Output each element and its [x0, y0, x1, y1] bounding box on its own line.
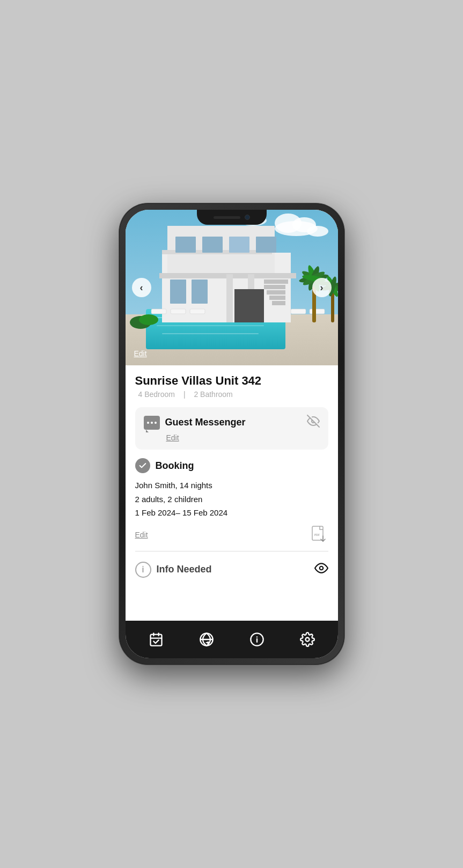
svg-rect-16 [226, 274, 233, 322]
guest-messenger-card: Guest Messenger Edit [135, 407, 328, 450]
svg-point-49 [139, 314, 158, 325]
booking-edit-button[interactable]: Edit [135, 531, 148, 539]
svg-rect-30 [272, 301, 285, 305]
booking-title: Booking [156, 460, 194, 472]
info-needed-left: i Info Needed [135, 562, 212, 578]
camera [245, 215, 250, 220]
svg-rect-18 [175, 237, 196, 253]
eye-icon [314, 561, 328, 575]
info-needed-title: Info Needed [157, 564, 212, 575]
svg-rect-35 [310, 309, 325, 314]
hero-edit-button[interactable]: Edit [134, 349, 147, 358]
property-subtitle: 4 Bedroom | 2 Bathroom [135, 390, 328, 399]
svg-rect-11 [162, 333, 259, 334]
info-circle-icon: i [135, 562, 151, 578]
content-area: Sunrise Villas Unit 342 4 Bedroom | 2 Ba… [126, 365, 338, 621]
svg-rect-27 [264, 285, 285, 289]
hero-image-container: ‹ › Edit [126, 210, 338, 365]
svg-rect-31 [151, 309, 166, 314]
svg-point-54 [319, 566, 323, 570]
bottom-spacer [135, 580, 328, 589]
chat-dots [147, 422, 157, 424]
svg-rect-20 [229, 237, 249, 253]
next-image-button[interactable]: › [312, 278, 332, 297]
booking-section: Booking John Smith, 14 nights 2 adults, … [135, 458, 328, 545]
guest-messenger-title: Guest Messenger [165, 417, 246, 428]
svg-rect-28 [267, 290, 285, 295]
booking-details: John Smith, 14 nights 2 adults, 2 childr… [135, 479, 328, 520]
svg-point-4 [307, 226, 328, 237]
guest-messenger-title-row: Guest Messenger [144, 416, 246, 430]
svg-rect-33 [190, 309, 205, 314]
booking-footer: Edit PDF [135, 525, 328, 545]
guest-messenger-edit-button[interactable]: Edit [166, 433, 320, 442]
svg-point-62 [256, 636, 257, 637]
booking-guest-nights: John Smith, 14 nights [135, 479, 328, 492]
svg-rect-19 [202, 237, 223, 253]
svg-rect-10 [157, 325, 264, 326]
settings-nav-icon [300, 632, 315, 647]
svg-rect-23 [192, 279, 208, 304]
speaker [214, 216, 240, 219]
phone-notch [197, 210, 267, 225]
svg-rect-32 [171, 309, 186, 314]
villa-illustration [126, 210, 338, 365]
nav-item-info[interactable] [244, 626, 270, 653]
pdf-icon: PDF [309, 525, 328, 545]
info-nav-icon [249, 632, 264, 647]
eye-off-icon [307, 415, 320, 428]
bookings-nav-icon [149, 632, 164, 647]
nav-item-settings[interactable] [294, 626, 321, 653]
chat-dot-2 [151, 422, 153, 424]
svg-rect-34 [291, 309, 306, 314]
globe-nav-icon [199, 632, 214, 647]
property-title: Sunrise Villas Unit 342 [135, 374, 328, 388]
info-needed-section: i Info Needed [135, 557, 328, 580]
bottom-nav [126, 621, 338, 658]
booking-dates: 1 Feb 2024– 15 Feb 2024 [135, 506, 328, 520]
guest-messenger-visibility-toggle[interactable] [307, 415, 320, 430]
svg-rect-26 [264, 279, 288, 284]
chat-dot-1 [147, 422, 149, 424]
nav-item-globe[interactable] [193, 626, 220, 653]
nav-item-bookings[interactable] [143, 626, 170, 653]
section-divider [135, 551, 328, 551]
phone-screen: ‹ › Edit Sunrise Villas Unit 342 4 Bedro… [126, 210, 338, 658]
guest-messenger-header: Guest Messenger [144, 415, 320, 430]
svg-rect-55 [150, 635, 161, 646]
booking-header: Booking [135, 458, 328, 473]
booking-occupants: 2 adults, 2 children [135, 492, 328, 506]
pdf-download-button[interactable]: PDF [309, 525, 328, 545]
svg-rect-22 [170, 279, 186, 304]
svg-rect-25 [234, 289, 264, 322]
info-needed-visibility-toggle[interactable] [314, 561, 328, 578]
prev-image-button[interactable]: ‹ [132, 278, 151, 297]
booking-check-icon [135, 458, 150, 473]
chat-icon [144, 416, 160, 430]
phone-frame: ‹ › Edit Sunrise Villas Unit 342 4 Bedro… [119, 203, 344, 665]
checkmark-icon [138, 461, 147, 470]
svg-rect-21 [256, 237, 276, 253]
svg-point-63 [305, 638, 309, 642]
chat-dot-3 [155, 422, 157, 424]
svg-text:PDF: PDF [314, 533, 320, 536]
svg-rect-29 [269, 296, 285, 300]
